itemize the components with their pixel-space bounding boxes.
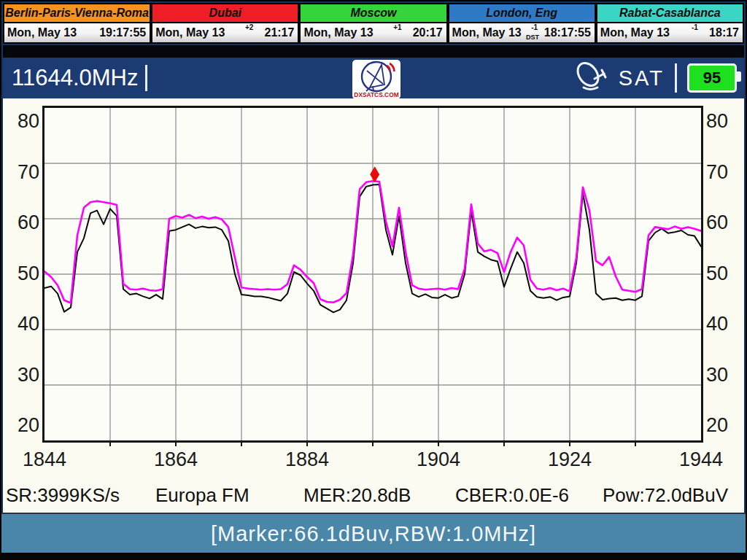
y-axis-label-left: 20: [9, 414, 39, 436]
text-cursor: [145, 65, 147, 91]
frequency-value: 11644.0MHz: [12, 65, 138, 91]
x-axis-tick: [175, 443, 177, 446]
clock-date: Mon, May 13: [4, 26, 77, 39]
signal-info-row: SR:3999KS/s Europa FM MER:20.8dB CBER:0.…: [0, 484, 747, 506]
clock-offset: +2: [225, 23, 264, 42]
mer-readout: MER:20.8dB: [303, 484, 411, 507]
y-axis-label-left: 40: [9, 313, 39, 335]
x-axis-tick: [306, 443, 308, 446]
clock-city-berlin: Berlin-Paris-Vienna-Roma: [3, 3, 151, 23]
bottom-strip: [0, 553, 747, 560]
y-axis-label-right: 40: [706, 313, 737, 335]
spectrum-svg: [44, 108, 701, 440]
separator-bar: [3, 45, 744, 58]
clock-city-rabat: Rabat-Casablanca: [596, 3, 744, 23]
power-readout: Pow:72.0dBuV: [603, 484, 728, 507]
frequency-header-bar: 11644.0MHz DXSATCS.COM: [3, 58, 744, 98]
divider: [675, 63, 677, 93]
clock-time-london: Mon, May 13 -1DST 18:17:55: [448, 23, 596, 44]
clock-time: 21:17: [264, 26, 298, 39]
y-axis-label-right: 80: [706, 110, 737, 132]
x-axis-label: 1884: [272, 448, 342, 469]
y-axis-label-right: 20: [706, 414, 737, 436]
clock-city-row: Berlin-Paris-Vienna-Roma Dubai Moscow Lo…: [3, 3, 744, 23]
clock-offset: +1: [374, 23, 413, 42]
battery-level: 95: [703, 69, 721, 88]
satellite-dish-icon: [573, 60, 611, 96]
clock-time: 18:17: [709, 26, 743, 39]
clock-date: Mon, May 13: [152, 26, 225, 39]
y-axis-label-right: 30: [706, 364, 737, 386]
clock-city-london: London, Eng: [448, 3, 596, 23]
cber-readout: CBER:0.0E-6: [455, 484, 569, 507]
symbol-rate-readout: SR:3999KS/s: [6, 484, 120, 507]
clock-time: 19:17:55: [99, 26, 150, 39]
y-axis-label-left: 70: [9, 161, 39, 183]
clock-offset-dst: -1DST: [522, 23, 544, 42]
y-axis-label-left: 60: [9, 211, 39, 233]
clock-date: Mon, May 13: [301, 26, 373, 39]
x-axis-tick: [241, 443, 242, 446]
clock-offset: -1: [670, 23, 709, 42]
clock-offset: [77, 23, 99, 42]
x-axis-label: 1904: [403, 448, 473, 469]
x-axis-tick: [109, 443, 111, 446]
clock-time: 18:17:55: [544, 26, 595, 39]
x-axis-tick: [569, 443, 570, 446]
clock-city-dubai: Dubai: [151, 3, 299, 23]
battery-indicator: 95: [687, 63, 737, 93]
y-axis-label-right: 50: [706, 262, 737, 284]
clock-time-moscow: Mon, May 13 +1 20:17: [299, 23, 447, 44]
world-clock: Berlin-Paris-Vienna-Roma Dubai Moscow Lo…: [3, 3, 744, 44]
clock-date: Mon, May 13: [449, 26, 522, 39]
clock-time: 20:17: [413, 26, 446, 39]
x-axis-tick: [372, 443, 374, 446]
frequency-input[interactable]: 11644.0MHz: [12, 65, 147, 91]
marker-status-bar: [Marker:66.1dBuv,RBW:1.0MHz]: [1, 513, 746, 554]
clock-city-moscow: Moscow: [299, 3, 447, 23]
y-axis-label-right: 70: [706, 161, 737, 183]
logo-text: DXSATCS.COM: [354, 91, 398, 98]
x-axis-label: 1844: [9, 448, 80, 469]
y-axis-label-left: 50: [9, 262, 39, 284]
sat-status-group: SAT 95: [573, 58, 737, 98]
x-axis-label: 1924: [535, 448, 605, 469]
x-axis-tick: [635, 443, 636, 446]
clock-date: Mon, May 13: [597, 26, 670, 39]
x-axis-tick: [438, 443, 439, 446]
channel-name: Europa FM: [155, 484, 249, 507]
marker-diamond: [370, 166, 379, 182]
y-axis-label-left: 80: [9, 110, 39, 132]
battery-nub: [737, 71, 741, 82]
x-axis-tick: [503, 443, 505, 446]
x-axis-label: 1944: [666, 448, 736, 469]
sat-label: SAT: [619, 66, 665, 90]
y-axis-label-left: 30: [9, 364, 39, 386]
spectrum-plot: [42, 106, 703, 443]
clock-time-dubai: Mon, May 13 +2 21:17: [151, 23, 299, 44]
dxsatcs-logo: DXSATCS.COM: [352, 60, 400, 102]
y-axis-label-right: 60: [706, 211, 737, 233]
clock-time-berlin: Mon, May 13 19:17:55: [3, 23, 151, 44]
device-screen: Berlin-Paris-Vienna-Roma Dubai Moscow Lo…: [0, 0, 747, 560]
clock-time-rabat: Mon, May 13 -1 18:17: [596, 23, 744, 44]
x-axis-label: 1864: [141, 448, 211, 469]
clock-time-row: Mon, May 13 19:17:55 Mon, May 13 +2 21:1…: [3, 23, 744, 44]
marker-readout: [Marker:66.1dBuv,RBW:1.0MHz]: [211, 522, 536, 546]
